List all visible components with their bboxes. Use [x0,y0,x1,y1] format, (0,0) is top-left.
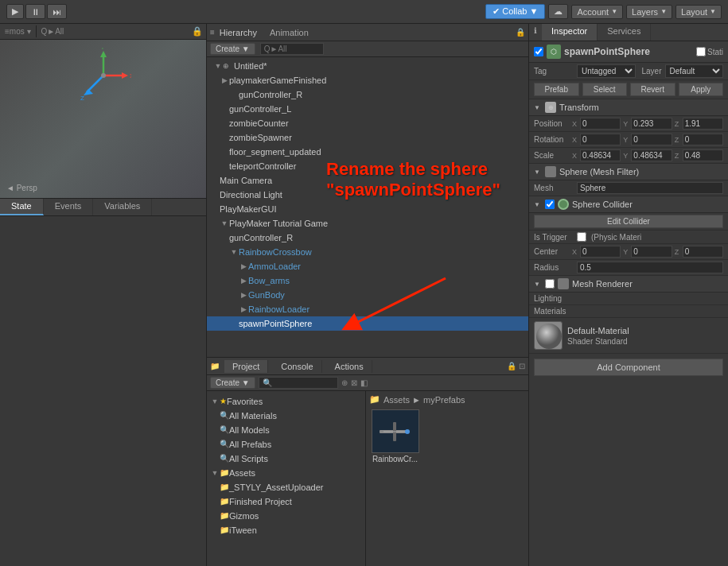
radius-input[interactable] [577,262,723,273]
tree-label-9: PlayMakerGUI [220,203,277,215]
tree-item-7[interactable]: Main Camera [207,173,528,188]
tab-inspector[interactable]: Inspector [542,24,598,41]
mesh-filter-header[interactable]: ▼ Sphere (Mesh Filter) [529,164,728,180]
tree-item-1[interactable]: gunController_R [207,87,528,102]
tab-services[interactable]: Services [598,24,651,41]
center-y-input[interactable] [631,246,672,258]
animation-tab-btn[interactable]: Animation [270,28,309,37]
select-btn[interactable]: Select [582,83,628,96]
tab-console[interactable]: Console [273,360,321,373]
mesh-value: Sphere [577,182,723,194]
tree-item-13[interactable]: ▶ AmmoLoader [207,259,528,273]
scale-z-input[interactable] [683,149,723,161]
rot-x-letter: X [572,136,578,144]
rot-y-input[interactable] [631,134,672,145]
project-fav-0[interactable]: 🔍 All Materials [207,409,365,423]
rot-x-input[interactable] [580,134,621,145]
project-header: 📁 Project Console Actions 🔒 ⊡ [207,358,528,375]
hierarchy-create-btn[interactable]: Create ▼ [210,43,255,55]
revert-btn[interactable]: Revert [630,83,675,96]
scene-tabs: ≡mos ▾ Q►All 🔒 [0,24,206,40]
pause-button[interactable]: ⏸ [25,4,45,19]
svg-point-9 [101,73,106,78]
tab-events[interactable]: Events [44,199,94,215]
cloud-button[interactable]: ☁ [548,4,568,19]
tree-label-12: RainbowCrossbow [239,246,312,258]
layer-select[interactable]: Default [665,64,724,78]
project-icon-btn2[interactable]: ⊠ [351,378,357,387]
project-favorites-header[interactable]: ▼ ★ Favorites [207,394,365,409]
project-icon-btn3[interactable]: ◧ [360,378,368,387]
account-button[interactable]: Account [571,5,623,19]
collab-button[interactable]: ✔ Collab ▼ [485,4,545,19]
shader-label: Shader [567,337,593,346]
tree-item-15[interactable]: ▶ GunBody [207,288,528,302]
pos-z-input[interactable]: 1.91 [683,118,723,130]
mesh-renderer-name: Mesh Renderer [572,279,723,289]
tab-state[interactable]: State [0,199,44,215]
mesh-renderer-checkbox[interactable] [545,279,555,289]
sphere-collider-header[interactable]: ▼ Sphere Collider [529,196,728,213]
tree-item-3[interactable]: zombieCounter [207,116,528,130]
project-fav-2[interactable]: 🔍 All Prefabs [207,437,365,452]
scale-y-input[interactable] [631,149,672,161]
project-icon-btn1[interactable]: ⊕ [341,378,348,387]
project-fav-1[interactable]: 🔍 All Models [207,423,365,437]
lock-project-icon: 🔒 [507,362,516,370]
static-checkbox[interactable] [696,47,706,56]
tree-item-4[interactable]: zombieSpawner [207,130,528,145]
play-button[interactable]: ▶ [6,4,24,19]
tree-item-2[interactable]: gunController_L [207,102,528,116]
prefab-btn[interactable]: Prefab [534,83,579,96]
tag-select[interactable]: Untagged [577,64,636,78]
asset-rainbowcr[interactable]: RainbowCr... [369,409,421,463]
tree-item-14[interactable]: ▶ Bow_arms [207,273,528,288]
tab-project[interactable]: Project [224,360,268,373]
layout-button[interactable]: Layout [675,5,722,19]
project-create-btn[interactable]: Create ▼ [210,377,255,389]
rot-z-field: Z [675,134,723,145]
tree-item-0[interactable]: ▶ playmakerGameFinished [207,73,528,87]
tree-item-scene[interactable]: ▼ ⊕ Untitled* [207,59,528,73]
transform-header[interactable]: ▼ ⊕ Transform [529,99,728,116]
rot-z-input[interactable] [683,134,723,145]
project-search-input[interactable] [259,377,338,389]
tab-variables[interactable]: Variables [93,199,152,215]
project-assets-header[interactable]: ▼ 📁 Assets [207,466,365,480]
tree-item-16[interactable]: ▶ RainbowLoader [207,302,528,316]
svg-marker-4 [122,72,128,79]
tree-item-9[interactable]: PlayMakerGUI [207,202,528,216]
edit-collider-btn[interactable]: Edit Collider [534,215,723,228]
project-asset-1[interactable]: 📁 Finished Project [207,494,365,509]
layers-button[interactable]: Layers [626,5,672,19]
tree-item-11[interactable]: gunController_R [207,231,528,245]
project-asset-3[interactable]: 📁 iTween [207,523,365,537]
tree-item-12[interactable]: ▼ RainbowCrossbow [207,245,528,259]
fav-label-3: All Scripts [229,452,268,465]
pos-y-input[interactable]: 0.293 [631,118,672,130]
tree-item-8[interactable]: Directional Light [207,188,528,202]
project-fav-3[interactable]: 🔍 All Scripts [207,452,365,466]
scale-x-input[interactable] [580,149,621,161]
tab-actions[interactable]: Actions [327,360,372,373]
tree-item-17-selected[interactable]: spawnPointSphere [207,316,528,331]
is-trigger-checkbox[interactable] [577,232,586,242]
step-button[interactable]: ⏭ [47,4,67,19]
tree-item-6[interactable]: teleportController [207,159,528,173]
hierarchy-panel: ≡ Hierarchy Animation 🔒 Create ▼ ▼ ⊕ Unt… [207,24,528,358]
apply-btn[interactable]: Apply [679,83,724,96]
mesh-renderer-header[interactable]: ▼ Mesh Renderer [529,276,728,293]
object-active-checkbox[interactable] [534,47,543,56]
project-asset-0[interactable]: 📁 _STYLY_AssetUploader [207,480,365,494]
tree-item-10[interactable]: ▼ PlayMaker Tutorial Game [207,216,528,231]
add-component-btn[interactable]: Add Component [534,359,723,376]
center-z-input[interactable] [683,246,723,258]
sphere-collider-checkbox[interactable] [545,200,555,209]
tree-item-5[interactable]: floor_segment_updated [207,145,528,159]
tree-label-2: gunController_L [229,103,291,115]
pos-x-input[interactable]: 0 [580,118,621,130]
material-name: Default-Material [567,326,723,335]
hierarchy-search-input[interactable] [260,43,324,55]
project-asset-2[interactable]: 📁 Gizmos [207,509,365,523]
center-x-input[interactable] [580,246,621,258]
